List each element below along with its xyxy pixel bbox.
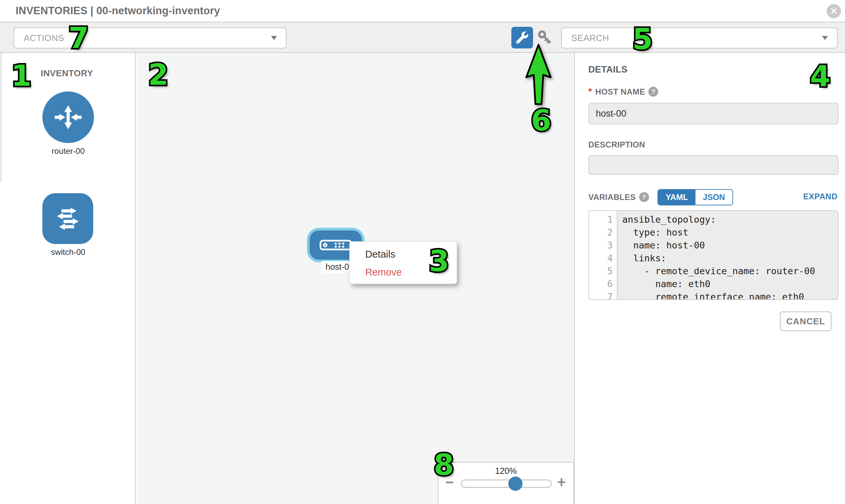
palette-item-switch[interactable]: switch-00: [42, 193, 94, 257]
code-line: 2 type: host: [589, 226, 838, 239]
code-line: 3 name: host-00: [589, 239, 838, 252]
variables-label: VARIABLES: [588, 193, 636, 202]
context-menu-item-details[interactable]: Details: [365, 247, 457, 262]
actions-dropdown[interactable]: ACTIONS: [14, 28, 286, 49]
actions-label: ACTIONS: [24, 33, 64, 43]
line-number: 1: [589, 213, 617, 226]
palette-item-router[interactable]: router-00: [42, 91, 94, 156]
code-line: 6 name: eth0: [589, 277, 838, 290]
yaml-tab[interactable]: YAML: [658, 190, 696, 205]
description-input[interactable]: [588, 155, 839, 175]
line-number: 5: [589, 265, 617, 277]
yaml-json-toggle: YAML JSON: [657, 189, 733, 205]
line-number: 6: [589, 277, 617, 290]
details-panel: DETAILS * HOST NAME ? DESCRIPTION VARIAB…: [575, 53, 845, 504]
wrench-icon: [516, 32, 528, 44]
page-title: INVENTORIES | 00-networking-inventory: [16, 5, 220, 17]
chevron-down-icon: [822, 36, 828, 40]
zoom-out-button[interactable]: −: [445, 475, 454, 490]
toolbar: ACTIONS SEARCH: [0, 22, 845, 53]
host-icon: [319, 240, 352, 251]
description-label: DESCRIPTION: [588, 140, 645, 149]
line-text: remote_interface_name: eth0: [617, 290, 804, 300]
description-row: DESCRIPTION: [588, 140, 645, 149]
line-text: name: eth0: [617, 277, 710, 290]
code-line: 7 remote_interface_name: eth0: [589, 290, 838, 300]
line-text: ansible_topology:: [617, 213, 716, 226]
line-text: name: host-00: [617, 239, 705, 252]
sidebar-heading: INVENTORY: [41, 68, 93, 79]
variables-row: VARIABLES ?: [588, 192, 649, 202]
code-line: 5 - remote_device_name: router-00: [589, 265, 838, 277]
zoom-control-panel: 120% − +: [438, 462, 574, 504]
help-icon[interactable]: ?: [648, 87, 658, 96]
host-name-row: * HOST NAME ?: [588, 86, 658, 97]
zoom-value: 120%: [438, 466, 574, 476]
editor-lines: 1 ansible_topology: 2 type: host 3 name:…: [589, 213, 838, 300]
palette-item-label: switch-00: [42, 248, 94, 257]
code-line: 4 links:: [589, 252, 838, 265]
zoom-slider-thumb[interactable]: [508, 476, 523, 491]
host-name-label: HOST NAME: [595, 87, 645, 96]
cancel-button[interactable]: CANCEL: [780, 311, 831, 331]
line-text: type: host: [617, 226, 688, 239]
line-number: 2: [589, 226, 617, 239]
line-number: 3: [589, 239, 617, 252]
line-number: 7: [589, 290, 617, 300]
json-tab[interactable]: JSON: [696, 190, 733, 205]
key-icon: [537, 30, 553, 46]
expand-link[interactable]: EXPAND: [803, 192, 838, 201]
line-text: - remote_device_name: router-00: [617, 265, 815, 277]
close-icon[interactable]: ✕: [827, 4, 841, 18]
switch-icon: [42, 193, 93, 244]
required-asterisk: *: [588, 86, 592, 97]
router-icon: [42, 91, 94, 143]
line-number: 4: [589, 252, 617, 265]
host-name-input[interactable]: [588, 103, 839, 124]
zoom-slider[interactable]: [461, 480, 552, 488]
context-menu: Details Remove: [349, 241, 457, 284]
search-placeholder: SEARCH: [571, 33, 609, 43]
search-dropdown[interactable]: SEARCH: [561, 28, 838, 49]
credentials-button[interactable]: [536, 29, 553, 46]
topology-canvas[interactable]: host-00 Details Remove 120% − +: [136, 53, 575, 504]
line-text: links:: [617, 252, 666, 265]
code-line: 1 ansible_topology:: [589, 213, 838, 226]
chevron-down-icon: [271, 36, 277, 40]
variables-editor[interactable]: 1 ansible_topology: 2 type: host 3 name:…: [588, 210, 839, 300]
page-header: INVENTORIES | 00-networking-inventory ✕: [0, 0, 845, 22]
details-title: DETAILS: [588, 65, 628, 75]
sidebar-edge-divider: [1, 53, 1, 182]
palette-item-label: router-00: [42, 146, 94, 156]
tools-button[interactable]: [511, 27, 533, 49]
awx-topology-screen: INVENTORIES | 00-networking-inventory ✕ …: [0, 0, 845, 504]
context-menu-item-remove[interactable]: Remove: [365, 264, 457, 280]
inventory-sidebar: INVENTORY router-00: [0, 53, 136, 504]
help-icon[interactable]: ?: [639, 192, 649, 202]
zoom-in-button[interactable]: +: [557, 475, 566, 490]
